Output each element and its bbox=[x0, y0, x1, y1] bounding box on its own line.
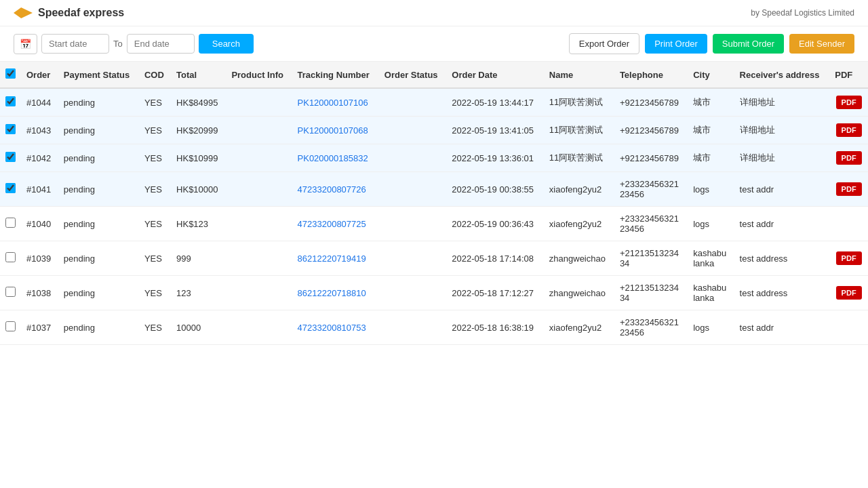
row-checkbox-cell[interactable] bbox=[0, 276, 21, 310]
row-pdf-cell: PDF bbox=[829, 117, 868, 144]
row-order-status bbox=[379, 310, 446, 345]
tracking-link[interactable]: 47233200810753 bbox=[298, 323, 366, 333]
row-checkbox[interactable] bbox=[5, 218, 16, 228]
row-checkbox-cell[interactable] bbox=[0, 241, 21, 276]
tracking-link[interactable]: PK020000185832 bbox=[298, 153, 368, 163]
tracking-link[interactable]: PK120000107068 bbox=[298, 125, 368, 136]
select-all-checkbox[interactable] bbox=[5, 68, 16, 79]
row-address: test addr bbox=[734, 172, 830, 207]
row-checkbox-cell[interactable] bbox=[0, 117, 21, 144]
row-product-info bbox=[226, 241, 292, 276]
row-tracking-number[interactable]: PK120000107106 bbox=[292, 88, 379, 117]
row-tracking-number[interactable]: 47233200807725 bbox=[292, 207, 379, 241]
row-payment-status: pending bbox=[58, 207, 139, 241]
tracking-link[interactable]: 47233200807725 bbox=[298, 219, 366, 229]
col-product-info: Product Info bbox=[226, 62, 292, 88]
row-order: #1040 bbox=[21, 207, 58, 241]
pdf-button[interactable]: PDF bbox=[836, 151, 862, 165]
logo-text: Speedaf express bbox=[38, 7, 124, 19]
row-order-status bbox=[379, 144, 446, 172]
row-checkbox-cell[interactable] bbox=[0, 88, 21, 117]
print-order-button[interactable]: Print Order bbox=[645, 34, 707, 54]
row-order-status bbox=[379, 172, 446, 207]
edit-sender-button[interactable]: Edit Sender bbox=[789, 34, 854, 54]
row-name: 11阿联苦测试 bbox=[544, 117, 614, 144]
pdf-button[interactable]: PDF bbox=[836, 182, 862, 196]
row-checkbox[interactable] bbox=[5, 152, 16, 162]
calendar-icon-button[interactable]: 📅 bbox=[14, 34, 37, 54]
row-total: HK$123 bbox=[171, 207, 226, 241]
col-name: Name bbox=[544, 62, 614, 88]
table-row: #1040pendingYESHK$123472332008077252022-… bbox=[0, 207, 868, 241]
row-pdf-cell bbox=[829, 207, 868, 241]
row-telephone: +92123456789 bbox=[614, 117, 688, 144]
row-total: 999 bbox=[171, 241, 226, 276]
export-order-button[interactable]: Export Order bbox=[569, 33, 639, 54]
tracking-link[interactable]: 86212220718810 bbox=[298, 288, 366, 298]
row-tracking-number[interactable]: PK020000185832 bbox=[292, 144, 379, 172]
row-payment-status: pending bbox=[58, 117, 139, 144]
row-checkbox-cell[interactable] bbox=[0, 144, 21, 172]
row-product-info bbox=[226, 207, 292, 241]
row-city: logs bbox=[688, 172, 734, 207]
tracking-link[interactable]: 47233200807726 bbox=[298, 184, 366, 195]
logo-icon bbox=[14, 7, 33, 18]
row-product-info bbox=[226, 144, 292, 172]
select-all-header[interactable] bbox=[0, 62, 21, 88]
row-address: test addr bbox=[734, 207, 830, 241]
row-city: logs bbox=[688, 310, 734, 345]
table-row: #1038pendingYES123862122207188102022-05-… bbox=[0, 276, 868, 310]
row-payment-status: pending bbox=[58, 88, 139, 117]
row-checkbox[interactable] bbox=[5, 124, 16, 134]
col-tracking-number: Tracking Number bbox=[292, 62, 379, 88]
row-checkbox-cell[interactable] bbox=[0, 207, 21, 241]
col-telephone: Telephone bbox=[614, 62, 688, 88]
pdf-button[interactable]: PDF bbox=[836, 251, 862, 265]
row-checkbox[interactable] bbox=[5, 321, 16, 331]
pdf-button[interactable]: PDF bbox=[836, 123, 862, 137]
row-city: 城市 bbox=[688, 117, 734, 144]
row-tracking-number[interactable]: PK120000107068 bbox=[292, 117, 379, 144]
row-total: 123 bbox=[171, 276, 226, 310]
row-pdf-cell bbox=[829, 310, 868, 345]
row-name: zhangweichao bbox=[544, 241, 614, 276]
tracking-link[interactable]: 86212220719419 bbox=[298, 253, 366, 264]
header: Speedaf express by Speedaf Logistics Lim… bbox=[0, 0, 868, 26]
row-tracking-number[interactable]: 86212220718810 bbox=[292, 276, 379, 310]
row-checkbox-cell[interactable] bbox=[0, 172, 21, 207]
row-order-date: 2022-05-19 13:36:01 bbox=[446, 144, 544, 172]
search-button[interactable]: Search bbox=[199, 34, 254, 54]
col-order-status: Order Status bbox=[379, 62, 446, 88]
row-checkbox[interactable] bbox=[5, 183, 16, 193]
row-pdf-cell: PDF bbox=[829, 241, 868, 276]
row-tracking-number[interactable]: 47233200807726 bbox=[292, 172, 379, 207]
row-order-status bbox=[379, 241, 446, 276]
start-date-input[interactable] bbox=[41, 34, 109, 54]
row-checkbox[interactable] bbox=[5, 96, 16, 106]
submit-order-button[interactable]: Submit Order bbox=[713, 34, 784, 54]
table-row: #1039pendingYES999862122207194192022-05-… bbox=[0, 241, 868, 276]
row-order: #1041 bbox=[21, 172, 58, 207]
row-order-status bbox=[379, 117, 446, 144]
row-checkbox-cell[interactable] bbox=[0, 310, 21, 345]
pdf-button[interactable]: PDF bbox=[836, 96, 862, 109]
row-name: zhangweichao bbox=[544, 276, 614, 310]
row-telephone: +23323456321 23456 bbox=[614, 310, 688, 345]
table-row: #1042pendingYESHK$10999PK020000185832202… bbox=[0, 144, 868, 172]
col-city: City bbox=[688, 62, 734, 88]
row-pdf-cell: PDF bbox=[829, 276, 868, 310]
row-product-info bbox=[226, 172, 292, 207]
tracking-link[interactable]: PK120000107106 bbox=[298, 98, 368, 108]
row-payment-status: pending bbox=[58, 241, 139, 276]
pdf-button[interactable]: PDF bbox=[836, 286, 862, 300]
row-checkbox[interactable] bbox=[5, 287, 16, 297]
row-cod: YES bbox=[139, 144, 171, 172]
row-tracking-number[interactable]: 86212220719419 bbox=[292, 241, 379, 276]
row-total: HK$84995 bbox=[171, 88, 226, 117]
row-checkbox[interactable] bbox=[5, 252, 16, 262]
end-date-input[interactable] bbox=[127, 34, 195, 54]
row-city: 城市 bbox=[688, 144, 734, 172]
row-total: HK$20999 bbox=[171, 117, 226, 144]
row-tracking-number[interactable]: 47233200810753 bbox=[292, 310, 379, 345]
toolbar-left: 📅 To Search bbox=[14, 34, 564, 54]
